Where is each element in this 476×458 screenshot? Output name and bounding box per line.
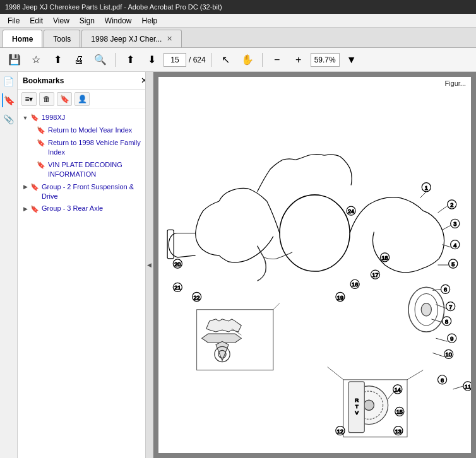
svg-line-52: [453, 386, 463, 389]
pdf-area: Figur...: [153, 72, 476, 458]
expand-group2[interactable]: ▶: [21, 182, 29, 192]
bm-item-1998xj[interactable]: ▼ 🔖 1998XJ: [18, 112, 153, 124]
menu-edit[interactable]: Edit: [25, 15, 48, 26]
svg-line-50: [436, 338, 447, 341]
toolbar-sep-2: [211, 53, 211, 67]
bm-label-group3: Group - 3 Rear Axle: [42, 204, 103, 213]
page-input[interactable]: [164, 53, 186, 67]
expand-return-1998: [28, 138, 35, 148]
bm-menu-button[interactable]: ≡▾: [21, 92, 37, 106]
menu-sign[interactable]: Sign: [74, 15, 100, 26]
svg-line-73: [328, 367, 343, 380]
svg-text:9: 9: [450, 336, 453, 342]
svg-text:18: 18: [382, 255, 388, 261]
tab-home[interactable]: Home: [3, 30, 42, 47]
expand-1998xj[interactable]: ▼: [21, 113, 29, 123]
hand-tool-button[interactable]: ✋: [238, 51, 257, 69]
next-page-button[interactable]: ⬇: [142, 51, 161, 69]
svg-line-51: [432, 353, 444, 356]
bm-delete-button[interactable]: 🗑: [39, 92, 54, 106]
svg-text:8: 8: [445, 319, 448, 325]
svg-text:11: 11: [465, 384, 471, 390]
bm-item-vin[interactable]: 🔖 VIN PLATE DECODING INFORMATION: [18, 159, 153, 181]
side-icons-panel: 📄 🔖 📎: [0, 72, 18, 458]
svg-text:10: 10: [446, 351, 452, 358]
title-text: 1998 Jeep XJ Cherokee Parts List.pdf - A…: [5, 3, 222, 11]
bookmarks-toolbar: ≡▾ 🗑 🔖 👤: [18, 90, 153, 109]
page-sep: / 624: [189, 56, 206, 64]
zoom-out-button[interactable]: −: [268, 51, 287, 69]
expand-group3[interactable]: ▶: [21, 204, 29, 214]
svg-text:4: 4: [453, 242, 456, 249]
svg-text:24: 24: [348, 208, 354, 214]
bm-label-return-model: Return to Model Year Index: [48, 126, 132, 135]
bm-icon-return-model: 🔖: [37, 126, 45, 136]
prev-page-button[interactable]: ⬆: [121, 51, 140, 69]
toolbar: 💾 ☆ ⬆ 🖨 🔍 ⬆ ⬇ / 624 ↖ ✋ − + ▼: [0, 48, 476, 72]
svg-text:13: 13: [395, 428, 402, 435]
print-button[interactable]: 🖨: [69, 51, 88, 69]
main-area: 📄 🔖 📎 Bookmarks ✕ ≡▾ 🗑 🔖 👤 ▼ 🔖 1998XJ: [0, 72, 476, 458]
bm-user-button[interactable]: 👤: [74, 92, 90, 106]
toolbar-sep-1: [115, 53, 116, 67]
tab-bar: Home Tools 1998 Jeep XJ Cher... ✕: [0, 28, 476, 48]
collapse-handle[interactable]: ◀: [145, 72, 153, 458]
save-button[interactable]: 💾: [5, 51, 24, 69]
menu-bar: File Edit View Sign Window Help: [0, 14, 476, 28]
svg-line-43: [437, 206, 446, 213]
expand-vin: [28, 160, 35, 170]
svg-point-77: [421, 303, 431, 316]
collapse-icon: ◀: [147, 262, 152, 268]
svg-text:R: R: [355, 397, 359, 403]
expand-return-model: [28, 126, 35, 136]
bm-item-return-1998[interactable]: 🔖 Return to 1998 Vehicle Family Index: [18, 137, 153, 159]
svg-text:6: 6: [441, 377, 444, 384]
bm-item-group3[interactable]: ▶ 🔖 Group - 3 Rear Axle: [18, 203, 153, 215]
bm-icon-group2: 🔖: [30, 182, 39, 192]
bookmarks-panel: Bookmarks ✕ ≡▾ 🗑 🔖 👤 ▼ 🔖 1998XJ: [18, 72, 153, 458]
svg-text:5: 5: [451, 261, 455, 267]
svg-line-74: [407, 370, 423, 380]
diagram-svg: 1 2 3 4 5 6: [158, 77, 471, 453]
tab-document[interactable]: 1998 Jeep XJ Cher... ✕: [81, 30, 182, 47]
menu-help[interactable]: Help: [137, 15, 163, 26]
upload-button[interactable]: ⬆: [48, 51, 67, 69]
zoom-out-tool-button[interactable]: 🔍: [91, 51, 110, 69]
page-icon[interactable]: 📄: [2, 74, 16, 88]
svg-text:15: 15: [396, 409, 403, 415]
tab-close-btn[interactable]: ✕: [167, 35, 172, 43]
svg-text:2: 2: [450, 202, 453, 208]
bookmarks-icon[interactable]: 🔖: [2, 93, 16, 107]
bm-icon-return-1998: 🔖: [37, 138, 45, 148]
svg-text:21: 21: [174, 285, 181, 291]
svg-text:3: 3: [453, 221, 456, 227]
figure-label: Figur...: [444, 79, 466, 87]
svg-text:V: V: [355, 410, 359, 416]
title-bar: 1998 Jeep XJ Cherokee Parts List.pdf - A…: [0, 0, 476, 14]
bm-label-vin: VIN PLATE DECODING INFORMATION: [48, 160, 149, 180]
pdf-page: Figur...: [158, 77, 471, 453]
svg-text:14: 14: [395, 387, 401, 393]
cursor-tool-button[interactable]: ↖: [217, 51, 235, 69]
bm-icon-group3: 🔖: [30, 204, 39, 214]
zoom-input[interactable]: [311, 53, 340, 67]
bm-add-button[interactable]: 🔖: [57, 92, 72, 106]
menu-file[interactable]: File: [3, 15, 25, 26]
bm-item-return-model[interactable]: 🔖 Return to Model Year Index: [18, 124, 153, 137]
zoom-in-button[interactable]: +: [289, 51, 308, 69]
svg-text:19: 19: [337, 295, 343, 301]
svg-line-42: [420, 192, 426, 198]
svg-text:1: 1: [425, 185, 428, 191]
bm-icon-1998xj: 🔖: [30, 113, 39, 123]
bookmark-button[interactable]: ☆: [27, 51, 45, 69]
tab-tools[interactable]: Tools: [44, 30, 80, 47]
zoom-dropdown-button[interactable]: ▼: [342, 51, 361, 69]
panel-content: Bookmarks ✕ ≡▾ 🗑 🔖 👤 ▼ 🔖 1998XJ: [18, 72, 153, 458]
bm-label-1998xj: 1998XJ: [42, 113, 65, 122]
attachments-icon[interactable]: 📎: [2, 112, 16, 126]
menu-view[interactable]: View: [48, 15, 74, 26]
bm-item-group2[interactable]: ▶ 🔖 Group - 2 Front Suspension & Drive: [18, 181, 153, 203]
page-nav: / 624: [164, 53, 206, 67]
menu-window[interactable]: Window: [100, 15, 137, 26]
svg-line-49: [431, 319, 442, 322]
